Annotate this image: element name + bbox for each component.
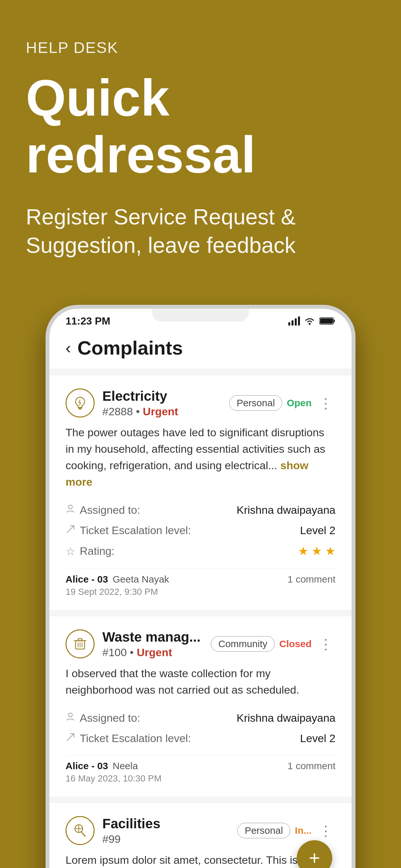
escalation-value-waste: Level 2	[300, 732, 335, 745]
card-meta-electricity: Assigned to: Krishna dwaipayana	[66, 500, 335, 562]
escalation-label: Ticket Escalation level:	[80, 524, 191, 537]
person-icon	[66, 504, 75, 516]
status-icons	[288, 316, 335, 326]
back-button[interactable]: ‹	[66, 338, 71, 357]
card-badges-facilities: Personal In... ⋮	[237, 823, 335, 839]
svg-rect-0	[288, 322, 290, 326]
comment-count-waste: 1 comment	[288, 761, 335, 771]
signal-icon	[288, 316, 300, 326]
more-button-electricity[interactable]: ⋮	[316, 395, 335, 411]
card-header-left-waste: Waste manag... #100 • Urgent	[66, 629, 201, 659]
battery-icon	[319, 317, 335, 325]
svg-rect-2	[295, 318, 297, 326]
escalation-value-electricity: Level 2	[300, 524, 335, 537]
trash-icon	[72, 636, 88, 652]
escalation-icon-waste	[66, 732, 75, 745]
assigned-label-waste: Assigned to:	[80, 712, 140, 724]
card-title-facilities: Facilities	[102, 816, 160, 832]
rating-label: Rating:	[80, 545, 115, 557]
scroll-content: Electricity #2888 • Urgent Personal Open…	[50, 369, 351, 868]
assigned-left: Assigned to:	[66, 504, 140, 516]
card-badges-electricity: Personal Open ⋮	[229, 395, 335, 411]
author-name-waste: Neela	[113, 761, 138, 771]
card-meta-waste: Assigned to: Krishna dwaipayana	[66, 708, 335, 748]
rating-stars-electricity: ★ ★ ★	[298, 545, 335, 558]
card-header-waste: Waste manag... #100 • Urgent Community C…	[66, 629, 335, 659]
hero-subtitle: Register Service Request & Suggestion, l…	[26, 203, 375, 259]
card-header-left: Electricity #2888 • Urgent	[66, 389, 178, 418]
status-badge-waste: Closed	[279, 639, 312, 649]
complaint-card-waste[interactable]: Waste manag... #100 • Urgent Community C…	[50, 616, 351, 797]
card-title-waste: Waste manag...	[102, 629, 201, 645]
urgent-tag-waste: Urgent	[136, 646, 172, 658]
escalation-left: Ticket Escalation level:	[66, 524, 191, 537]
assigned-value-waste: Krishna dwaipayana	[237, 712, 335, 724]
svg-rect-6	[334, 320, 335, 322]
hero-title: Quick redressal	[26, 69, 375, 183]
svg-rect-3	[298, 316, 300, 326]
type-badge-waste: Community	[211, 636, 275, 652]
footer-author-waste: Alice - 03 Neela	[66, 761, 161, 771]
card-title-electricity: Electricity	[102, 389, 178, 404]
complaint-card-electricity[interactable]: Electricity #2888 • Urgent Personal Open…	[50, 376, 351, 610]
card-footer-waste: Alice - 03 Neela 16 May 2023, 10:30 PM 1…	[66, 755, 335, 784]
escalation-left-waste: Ticket Escalation level:	[66, 732, 191, 745]
card-badges-waste: Community Closed ⋮	[211, 636, 335, 652]
phone-notch	[152, 309, 249, 321]
show-more-electricity[interactable]: show more	[66, 459, 308, 488]
assigned-row-electricity: Assigned to: Krishna dwaipayana	[66, 500, 335, 520]
svg-point-20	[68, 713, 72, 717]
phone-wrapper: 11:23 PM	[0, 305, 401, 868]
card-description-electricity: The power outages have led to significan…	[66, 424, 335, 490]
racket-icon	[72, 823, 88, 838]
escalation-row-electricity: Ticket Escalation level: Level 2	[66, 520, 335, 540]
svg-point-4	[309, 323, 311, 325]
escalation-label-waste: Ticket Escalation level:	[80, 732, 191, 745]
phone-screen: 11:23 PM	[50, 309, 351, 868]
type-badge-facilities: Personal	[237, 823, 290, 838]
card-icon-waste	[66, 629, 95, 658]
card-header-facilities: Facilities #99 Personal In... ⋮	[66, 816, 335, 845]
bulb-icon	[72, 395, 88, 411]
card-footer-electricity: Alice - 03 Geeta Nayak 19 Sept 2022, 9:3…	[66, 568, 335, 597]
type-badge-electricity: Personal	[229, 395, 282, 411]
app-header: ‹ Complaints	[50, 330, 351, 369]
escalation-icon	[66, 524, 75, 537]
svg-rect-1	[291, 320, 294, 326]
assigned-left-waste: Assigned to:	[66, 712, 140, 724]
card-description-facilities: Lorem ipsum dolor sit amet, consectetur.…	[66, 852, 335, 868]
escalation-row-waste: Ticket Escalation level: Level 2	[66, 728, 335, 748]
svg-line-21	[67, 734, 74, 741]
card-title-area-electricity: Electricity #2888 • Urgent	[102, 389, 178, 418]
card-icon-facilities	[66, 816, 95, 845]
svg-point-13	[68, 505, 72, 509]
wifi-icon	[304, 316, 315, 326]
rating-row-electricity: ☆ Rating: ★ ★ ★	[66, 540, 335, 562]
card-header-left-facilities: Facilities #99	[66, 816, 160, 845]
assigned-value-electricity: Krishna dwaipayana	[237, 504, 335, 516]
footer-author-electricity: Alice - 03 Geeta Nayak	[66, 574, 169, 585]
svg-line-10	[79, 400, 80, 403]
comment-count-electricity: 1 comment	[288, 574, 335, 585]
svg-line-25	[81, 832, 85, 836]
hero-section: HELP DESK Quick redressal Register Servi…	[0, 0, 401, 279]
phone-mockup: 11:23 PM	[45, 305, 356, 868]
star-icon: ☆	[66, 545, 75, 558]
more-button-facilities[interactable]: ⋮	[316, 823, 335, 839]
urgent-tag-electricity: Urgent	[143, 405, 178, 417]
footer-date-waste: 16 May 2023, 10:30 PM	[66, 773, 161, 784]
more-button-waste[interactable]: ⋮	[316, 636, 335, 652]
footer-date-electricity: 19 Sept 2022, 9:30 PM	[66, 587, 169, 597]
status-badge-electricity: Open	[287, 398, 312, 408]
card-header-electricity: Electricity #2888 • Urgent Personal Open…	[66, 389, 335, 418]
status-badge-facilities: In...	[295, 825, 312, 836]
card-subtitle-electricity: #2888 • Urgent	[102, 405, 178, 418]
card-title-area-waste: Waste manag... #100 • Urgent	[102, 629, 201, 659]
assigned-label: Assigned to:	[80, 504, 140, 516]
author-unit: Alice - 03	[66, 574, 108, 585]
rating-left: ☆ Rating:	[66, 545, 115, 558]
card-icon-electricity	[66, 389, 95, 417]
page-title: Complaints	[78, 337, 183, 359]
card-description-waste: I observed that the waste collection for…	[66, 665, 335, 698]
svg-line-12	[80, 403, 81, 405]
